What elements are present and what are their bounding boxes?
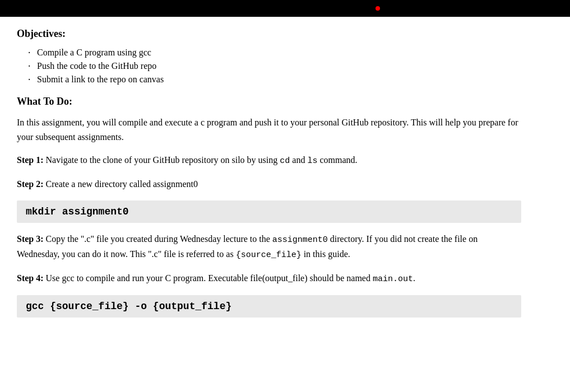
main-content: Objectives: Compile a C program using gc… [0, 17, 538, 343]
step-2-desc: Create a new directory called assignment… [44, 179, 198, 189]
step-3-end: in this guide. [302, 249, 350, 259]
step-3-code2: {source_file} [236, 250, 302, 260]
step-3-label: Step 3: [17, 234, 44, 244]
what-to-do-heading: What To Do: [17, 96, 521, 108]
what-to-do-section: What To Do: In this assignment, you will… [17, 96, 521, 144]
objectives-list: Compile a C program using gcc Push the c… [17, 48, 521, 85]
step-1-block: Step 1: Navigate to the clone of your Gi… [17, 153, 521, 168]
step-2-block: Step 2: Create a new directory called as… [17, 177, 521, 192]
step-1-text: Step 1: Navigate to the clone of your Gi… [17, 153, 521, 168]
step-1-code2: ls [307, 156, 317, 166]
step-2-text: Step 2: Create a new directory called as… [17, 177, 521, 192]
step-4-code1: main.out [373, 274, 413, 284]
top-bar [0, 0, 570, 17]
step-4-block: Step 4: Use gcc to compile and run your … [17, 271, 521, 286]
step-4-desc: Use gcc to compile and run your C progra… [44, 273, 373, 283]
list-item: Push the code to the GitHub repo [28, 61, 521, 71]
step-3-block: Step 3: Copy the ".c" file you created d… [17, 232, 521, 262]
objectives-heading: Objectives: [17, 28, 521, 40]
step-3-code1: assignment0 [272, 235, 328, 245]
step-4-label: Step 4: [17, 273, 44, 283]
objectives-section: Objectives: Compile a C program using gc… [17, 28, 521, 85]
step-3-text: Step 3: Copy the ".c" file you created d… [17, 232, 521, 262]
gcc-code-block: gcc {source_file} -o {output_file} [17, 295, 521, 318]
step-1-label: Step 1: [17, 155, 44, 165]
what-to-do-paragraph: In this assignment, you will compile and… [17, 115, 521, 144]
step-1-code1: cd [280, 156, 290, 166]
step-1-mid: and [290, 155, 307, 165]
step-1-end: command. [317, 155, 357, 165]
list-item: Submit a link to the repo on canvas [28, 74, 521, 85]
list-item: Compile a C program using gcc [28, 48, 521, 58]
step-3-desc: Copy the ".c" file you created during We… [44, 234, 272, 244]
step-2-label: Step 2: [17, 179, 44, 189]
red-dot-indicator [376, 6, 380, 11]
mkdir-code-block: mkdir assignment0 [17, 200, 521, 223]
step-4-text: Step 4: Use gcc to compile and run your … [17, 271, 521, 286]
step-4-end: . [413, 273, 415, 283]
step-1-desc: Navigate to the clone of your GitHub rep… [44, 155, 280, 165]
